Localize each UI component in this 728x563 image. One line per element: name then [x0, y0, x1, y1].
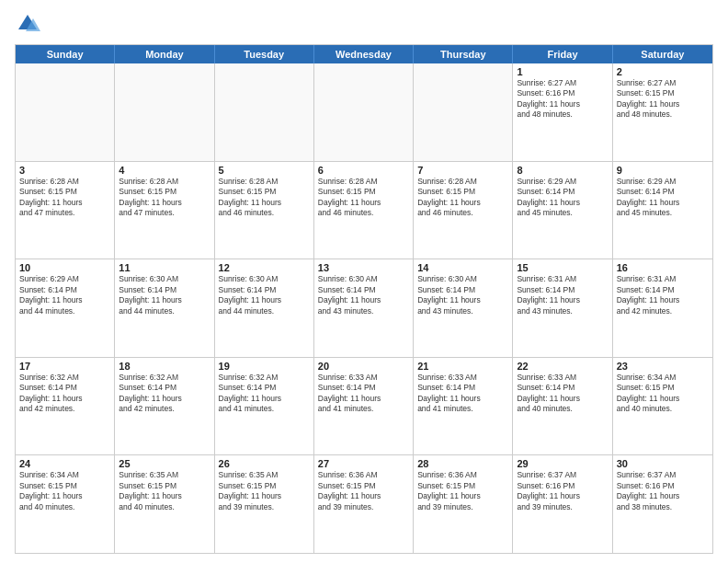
- day-number: 7: [417, 165, 508, 176]
- day-number: 23: [617, 361, 709, 372]
- day-info: Sunrise: 6:34 AM Sunset: 6:15 PM Dayligh…: [19, 470, 110, 512]
- day-number: 6: [318, 165, 409, 176]
- day-number: 9: [617, 165, 709, 176]
- day-info: Sunrise: 6:37 AM Sunset: 6:16 PM Dayligh…: [617, 470, 709, 512]
- day-number: 13: [318, 262, 409, 273]
- day-number: 26: [219, 458, 310, 469]
- day-number: 20: [318, 361, 409, 372]
- day-info: Sunrise: 6:29 AM Sunset: 6:14 PM Dayligh…: [19, 274, 110, 316]
- header: [15, 11, 713, 37]
- day-info: Sunrise: 6:33 AM Sunset: 6:14 PM Dayligh…: [318, 373, 409, 415]
- calendar-day-12: 12Sunrise: 6:30 AM Sunset: 6:14 PM Dayli…: [215, 259, 314, 357]
- calendar-day-13: 13Sunrise: 6:30 AM Sunset: 6:14 PM Dayli…: [314, 259, 414, 357]
- calendar-day-7: 7Sunrise: 6:28 AM Sunset: 6:15 PM Daylig…: [414, 162, 513, 259]
- header-day-monday: Monday: [115, 45, 214, 63]
- calendar-day-16: 16Sunrise: 6:31 AM Sunset: 6:14 PM Dayli…: [613, 259, 712, 357]
- calendar-day-11: 11Sunrise: 6:30 AM Sunset: 6:14 PM Dayli…: [115, 259, 214, 357]
- day-info: Sunrise: 6:35 AM Sunset: 6:15 PM Dayligh…: [219, 470, 310, 512]
- day-number: 21: [417, 361, 508, 372]
- calendar-day-10: 10Sunrise: 6:29 AM Sunset: 6:14 PM Dayli…: [16, 259, 115, 357]
- calendar-day-1: 1Sunrise: 6:27 AM Sunset: 6:16 PM Daylig…: [513, 63, 612, 161]
- day-info: Sunrise: 6:30 AM Sunset: 6:14 PM Dayligh…: [318, 274, 409, 316]
- day-number: 11: [119, 262, 210, 273]
- page: SundayMondayTuesdayWednesdayThursdayFrid…: [0, 0, 728, 563]
- calendar-day-8: 8Sunrise: 6:29 AM Sunset: 6:14 PM Daylig…: [513, 162, 612, 259]
- calendar-week-1: 1Sunrise: 6:27 AM Sunset: 6:16 PM Daylig…: [16, 63, 712, 161]
- calendar-week-3: 10Sunrise: 6:29 AM Sunset: 6:14 PM Dayli…: [16, 259, 712, 357]
- calendar-day-9: 9Sunrise: 6:29 AM Sunset: 6:14 PM Daylig…: [613, 162, 712, 259]
- day-number: 22: [517, 361, 608, 372]
- day-number: 10: [19, 262, 110, 273]
- day-info: Sunrise: 6:29 AM Sunset: 6:14 PM Dayligh…: [617, 177, 709, 219]
- day-number: 30: [617, 458, 709, 469]
- day-info: Sunrise: 6:35 AM Sunset: 6:15 PM Dayligh…: [119, 470, 210, 512]
- logo: [15, 11, 44, 37]
- day-info: Sunrise: 6:29 AM Sunset: 6:14 PM Dayligh…: [517, 177, 608, 219]
- calendar-week-4: 17Sunrise: 6:32 AM Sunset: 6:14 PM Dayli…: [16, 357, 712, 455]
- day-number: 8: [517, 165, 608, 176]
- day-number: 28: [417, 458, 508, 469]
- calendar-day-2: 2Sunrise: 6:27 AM Sunset: 6:15 PM Daylig…: [613, 63, 712, 161]
- header-day-thursday: Thursday: [414, 45, 513, 63]
- calendar-day-26: 26Sunrise: 6:35 AM Sunset: 6:15 PM Dayli…: [215, 455, 314, 553]
- calendar-day-4: 4Sunrise: 6:28 AM Sunset: 6:15 PM Daylig…: [115, 162, 214, 259]
- calendar-day-25: 25Sunrise: 6:35 AM Sunset: 6:15 PM Dayli…: [115, 455, 214, 553]
- header-day-saturday: Saturday: [613, 45, 712, 63]
- day-info: Sunrise: 6:27 AM Sunset: 6:16 PM Dayligh…: [517, 78, 608, 121]
- day-info: Sunrise: 6:37 AM Sunset: 6:16 PM Dayligh…: [517, 470, 608, 512]
- calendar-header: SundayMondayTuesdayWednesdayThursdayFrid…: [16, 45, 712, 63]
- day-info: Sunrise: 6:32 AM Sunset: 6:14 PM Dayligh…: [19, 373, 110, 415]
- calendar-day-15: 15Sunrise: 6:31 AM Sunset: 6:14 PM Dayli…: [513, 259, 612, 357]
- day-info: Sunrise: 6:28 AM Sunset: 6:15 PM Dayligh…: [219, 177, 310, 219]
- day-number: 3: [19, 165, 110, 176]
- day-info: Sunrise: 6:34 AM Sunset: 6:15 PM Dayligh…: [617, 373, 709, 415]
- day-number: 24: [19, 458, 110, 469]
- day-number: 29: [517, 458, 608, 469]
- day-number: 16: [617, 262, 709, 273]
- calendar-day-23: 23Sunrise: 6:34 AM Sunset: 6:15 PM Dayli…: [613, 358, 712, 455]
- calendar-empty-cell: [16, 63, 115, 161]
- day-number: 4: [119, 165, 210, 176]
- day-number: 5: [219, 165, 310, 176]
- day-info: Sunrise: 6:30 AM Sunset: 6:14 PM Dayligh…: [417, 274, 508, 316]
- calendar-day-21: 21Sunrise: 6:33 AM Sunset: 6:14 PM Dayli…: [414, 358, 513, 455]
- day-info: Sunrise: 6:27 AM Sunset: 6:15 PM Dayligh…: [617, 78, 709, 121]
- logo-icon: [15, 11, 40, 37]
- day-info: Sunrise: 6:36 AM Sunset: 6:15 PM Dayligh…: [318, 470, 409, 512]
- calendar-body: 1Sunrise: 6:27 AM Sunset: 6:16 PM Daylig…: [16, 63, 712, 553]
- calendar-day-6: 6Sunrise: 6:28 AM Sunset: 6:15 PM Daylig…: [314, 162, 414, 259]
- day-number: 25: [119, 458, 210, 469]
- calendar-day-27: 27Sunrise: 6:36 AM Sunset: 6:15 PM Dayli…: [314, 455, 414, 553]
- calendar-day-17: 17Sunrise: 6:32 AM Sunset: 6:14 PM Dayli…: [16, 358, 115, 455]
- calendar: SundayMondayTuesdayWednesdayThursdayFrid…: [15, 44, 713, 554]
- day-info: Sunrise: 6:31 AM Sunset: 6:14 PM Dayligh…: [617, 274, 709, 316]
- calendar-day-3: 3Sunrise: 6:28 AM Sunset: 6:15 PM Daylig…: [16, 162, 115, 259]
- calendar-week-2: 3Sunrise: 6:28 AM Sunset: 6:15 PM Daylig…: [16, 161, 712, 259]
- day-info: Sunrise: 6:28 AM Sunset: 6:15 PM Dayligh…: [417, 177, 508, 219]
- calendar-day-19: 19Sunrise: 6:32 AM Sunset: 6:14 PM Dayli…: [215, 358, 314, 455]
- calendar-day-14: 14Sunrise: 6:30 AM Sunset: 6:14 PM Dayli…: [414, 259, 513, 357]
- header-day-sunday: Sunday: [16, 45, 115, 63]
- day-info: Sunrise: 6:32 AM Sunset: 6:14 PM Dayligh…: [119, 373, 210, 415]
- header-day-tuesday: Tuesday: [215, 45, 314, 63]
- day-number: 1: [517, 66, 608, 77]
- header-day-wednesday: Wednesday: [314, 45, 414, 63]
- day-number: 27: [318, 458, 409, 469]
- day-info: Sunrise: 6:28 AM Sunset: 6:15 PM Dayligh…: [119, 177, 210, 219]
- calendar-day-22: 22Sunrise: 6:33 AM Sunset: 6:14 PM Dayli…: [513, 358, 612, 455]
- day-info: Sunrise: 6:33 AM Sunset: 6:14 PM Dayligh…: [517, 373, 608, 415]
- calendar-empty-cell: [215, 63, 314, 161]
- calendar-week-5: 24Sunrise: 6:34 AM Sunset: 6:15 PM Dayli…: [16, 454, 712, 553]
- calendar-empty-cell: [115, 63, 214, 161]
- day-number: 17: [19, 361, 110, 372]
- day-number: 12: [219, 262, 310, 273]
- calendar-empty-cell: [314, 63, 414, 161]
- header-day-friday: Friday: [513, 45, 612, 63]
- day-info: Sunrise: 6:32 AM Sunset: 6:14 PM Dayligh…: [219, 373, 310, 415]
- day-info: Sunrise: 6:36 AM Sunset: 6:15 PM Dayligh…: [417, 470, 508, 512]
- calendar-day-29: 29Sunrise: 6:37 AM Sunset: 6:16 PM Dayli…: [513, 455, 612, 553]
- day-number: 19: [219, 361, 310, 372]
- day-info: Sunrise: 6:31 AM Sunset: 6:14 PM Dayligh…: [517, 274, 608, 316]
- calendar-day-28: 28Sunrise: 6:36 AM Sunset: 6:15 PM Dayli…: [414, 455, 513, 553]
- day-info: Sunrise: 6:28 AM Sunset: 6:15 PM Dayligh…: [19, 177, 110, 219]
